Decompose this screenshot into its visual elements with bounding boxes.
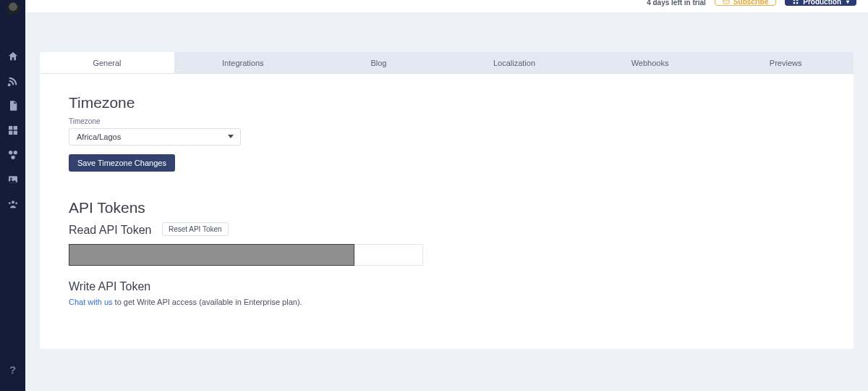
subscribe-button[interactable]: Subscribe	[715, 0, 776, 6]
grid-icon[interactable]	[7, 125, 19, 136]
svg-point-9	[12, 201, 14, 203]
subscribe-button-label: Subscribe	[733, 0, 768, 6]
read-api-token-row	[69, 244, 825, 266]
main-area: General Integrations Blog Localization W…	[25, 13, 868, 391]
home-icon[interactable]	[7, 51, 19, 62]
credit-card-icon	[723, 0, 730, 5]
settings-panel: General Integrations Blog Localization W…	[40, 52, 854, 349]
integration-icon[interactable]	[7, 149, 19, 161]
trial-status: 4 days left in trial	[647, 0, 706, 7]
media-icon[interactable]	[7, 174, 19, 185]
svg-rect-16	[793, 2, 796, 4]
read-api-token-input[interactable]	[69, 244, 354, 266]
page-icon[interactable]	[7, 100, 19, 112]
svg-point-5	[13, 151, 17, 154]
svg-point-11	[15, 202, 17, 204]
chevron-down-icon: ▾	[846, 0, 849, 5]
chat-with-us-link[interactable]: Chat with us	[69, 298, 113, 306]
write-api-token-heading: Write API Token	[69, 280, 817, 293]
timezone-select-wrap: Africa/Lagos	[69, 128, 241, 146]
api-tokens-section-title: API Tokens	[69, 199, 825, 216]
reset-api-token-button[interactable]: Reset API Token	[162, 222, 229, 236]
environment-selector-label: Production	[803, 0, 841, 6]
write-api-token-trailing: to get Write API access (available in En…	[113, 298, 302, 306]
svg-point-4	[9, 151, 12, 154]
svg-rect-0	[9, 126, 12, 130]
team-icon[interactable]	[7, 198, 19, 210]
header-bar: 4 days left in trial Subscribe Productio…	[25, 0, 868, 13]
write-api-token-text: Chat with us to get Write API access (av…	[69, 298, 825, 306]
tab-webhooks[interactable]: Webhooks	[582, 52, 718, 73]
svg-rect-17	[796, 2, 799, 4]
svg-point-10	[9, 202, 11, 204]
tab-blog[interactable]: Blog	[311, 52, 447, 73]
avatar[interactable]	[7, 1, 20, 14]
feed-icon[interactable]	[7, 75, 19, 87]
tab-localization[interactable]: Localization	[446, 52, 582, 73]
svg-point-6	[11, 156, 14, 159]
read-api-token-heading: Read API Token	[69, 224, 151, 237]
svg-point-8	[10, 177, 12, 180]
help-icon[interactable]: ?	[7, 363, 19, 375]
timezone-select[interactable]: Africa/Lagos	[69, 128, 241, 146]
save-timezone-button[interactable]: Save Timezone Changes	[69, 154, 175, 172]
tabs: General Integrations Blog Localization W…	[40, 52, 854, 74]
tab-general[interactable]: General	[40, 52, 175, 73]
environment-selector[interactable]: Production ▾	[785, 0, 856, 6]
sidebar: ?	[0, 0, 25, 391]
svg-rect-2	[9, 131, 12, 135]
env-icon	[792, 0, 799, 5]
timezone-field-label: Timezone	[69, 117, 825, 125]
svg-rect-3	[13, 131, 17, 135]
svg-rect-12	[723, 0, 729, 4]
timezone-section-title: Timezone	[69, 94, 825, 112]
sidebar-nav	[7, 51, 19, 210]
tab-integrations[interactable]: Integrations	[175, 52, 311, 73]
svg-rect-15	[796, 0, 799, 1]
tab-content: Timezone Timezone Africa/Lagos Save Time…	[40, 74, 854, 327]
read-api-token-copy[interactable]	[354, 244, 423, 266]
svg-rect-14	[793, 0, 796, 1]
tab-previews[interactable]: Previews	[718, 52, 854, 73]
svg-rect-1	[13, 126, 17, 130]
